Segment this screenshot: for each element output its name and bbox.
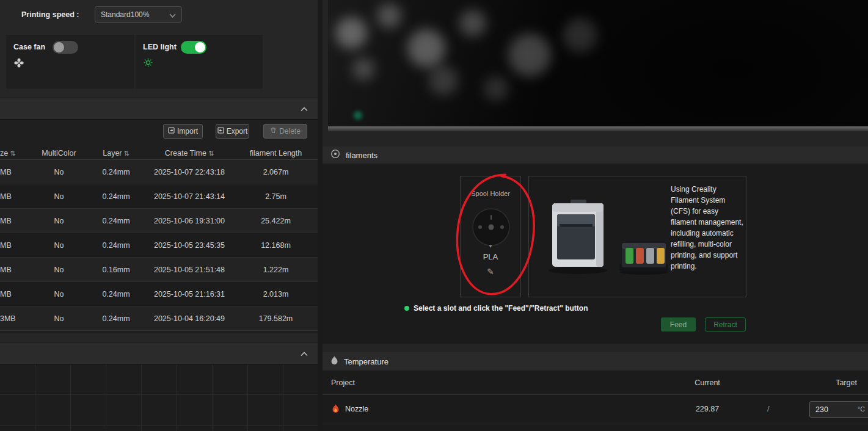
nozzle-flame-icon bbox=[332, 404, 340, 416]
cell-create-time: 2025-10-06 19:31:00 bbox=[135, 217, 244, 225]
collapse-history-button[interactable] bbox=[298, 102, 310, 116]
slot-status-text: Select a slot and click the "Feed"/"Retr… bbox=[414, 304, 588, 313]
cell-layer: 0.24mm bbox=[97, 168, 135, 176]
cell-create-time: 2025-10-05 21:16:31 bbox=[135, 290, 244, 299]
temperature-panel: Temperature Project Current Target Nozzl… bbox=[323, 352, 868, 431]
table-row[interactable]: MB No 0.24mm 2025-10-05 23:45:35 12.168m bbox=[0, 233, 318, 258]
cell-size: MB bbox=[0, 217, 21, 225]
cell-multicolor: No bbox=[21, 168, 97, 176]
sort-icon: ⇅ bbox=[208, 150, 214, 157]
spool-holder-label: Spool Holder bbox=[461, 190, 520, 197]
cell-size: MB bbox=[0, 266, 21, 274]
bokeh-highlight bbox=[407, 29, 445, 67]
filaments-panel: filaments Spool Holder ▼ PLA ✎ bbox=[323, 147, 868, 344]
bokeh-highlight bbox=[563, 18, 597, 53]
cell-filament-length: 12.168m bbox=[244, 241, 308, 250]
import-button[interactable]: Import bbox=[163, 124, 203, 139]
cell-create-time: 2025-10-05 21:51:48 bbox=[135, 266, 244, 274]
cfs-unit-illustration bbox=[618, 241, 669, 277]
column-current: Current bbox=[689, 378, 726, 387]
temperature-columns-header: Project Current Target bbox=[323, 371, 868, 395]
cell-multicolor: No bbox=[21, 314, 97, 323]
delete-label: Delete bbox=[279, 127, 301, 136]
status-dot-icon bbox=[404, 306, 409, 311]
nozzle-temperature-row: Nozzle 229.87 / °C bbox=[323, 395, 868, 424]
column-header-size[interactable]: ze⇅ bbox=[0, 149, 21, 158]
bokeh-highlight bbox=[508, 34, 551, 76]
bokeh-highlight bbox=[352, 58, 374, 80]
app-root: Printing speed : Standard100% Case fan L… bbox=[0, 0, 868, 431]
cell-create-time: 2025-10-07 22:43:18 bbox=[135, 168, 244, 176]
cfs-info-box: Using Creality Filament System (CFS) for… bbox=[528, 176, 746, 297]
cell-layer: 0.16mm bbox=[97, 266, 135, 274]
delete-button[interactable]: Delete bbox=[263, 124, 307, 139]
printing-speed-dropdown[interactable]: Standard100% bbox=[95, 6, 182, 23]
retract-button[interactable]: Retract bbox=[705, 317, 746, 331]
column-header-filament-length[interactable]: filament Length bbox=[244, 149, 308, 158]
nozzle-label: Nozzle bbox=[345, 405, 368, 413]
nozzle-target-wrap: °C bbox=[809, 401, 868, 418]
printing-speed-label: Printing speed : bbox=[21, 10, 79, 19]
temp-separator: / bbox=[767, 404, 770, 413]
toggle-knob bbox=[195, 42, 205, 53]
camera-bottom-strip bbox=[328, 126, 868, 131]
cell-multicolor: No bbox=[21, 217, 97, 225]
cell-size: MB bbox=[0, 192, 21, 201]
filament-spool-icon bbox=[330, 149, 340, 161]
case-fan-card: Case fan bbox=[6, 35, 134, 89]
file-table-header: ze⇅ MultiColor Layer⇅ Create Time⇅ filam… bbox=[0, 147, 318, 160]
spool-slot-dial[interactable] bbox=[472, 208, 511, 249]
led-light-card: LED light bbox=[136, 35, 263, 89]
column-header-layer[interactable]: Layer⇅ bbox=[97, 149, 135, 158]
chevron-up-icon bbox=[301, 104, 308, 114]
camera-feed bbox=[328, 0, 868, 126]
sort-icon: ⇅ bbox=[10, 150, 15, 157]
temperature-panel-header: Temperature bbox=[323, 352, 868, 371]
led-light-label: LED light bbox=[143, 43, 177, 51]
column-header-create-time[interactable]: Create Time⇅ bbox=[135, 149, 244, 158]
table-row[interactable]: MB No 0.24mm 2025-10-07 22:43:18 2.067m bbox=[0, 160, 318, 184]
cell-multicolor: No bbox=[21, 290, 97, 299]
cell-create-time: 2025-10-04 16:20:49 bbox=[135, 314, 244, 323]
cell-create-time: 2025-10-05 23:45:35 bbox=[135, 241, 244, 250]
export-label: Export bbox=[227, 127, 248, 136]
panel-divider bbox=[318, 0, 323, 431]
chevron-down-icon bbox=[169, 9, 176, 20]
cell-multicolor: No bbox=[21, 266, 97, 274]
cell-layer: 0.24mm bbox=[97, 314, 135, 323]
export-button[interactable]: Export bbox=[216, 124, 249, 139]
sort-icon: ⇅ bbox=[124, 150, 129, 157]
table-row[interactable]: MB No 0.24mm 2025-10-06 19:31:00 25.422m bbox=[0, 209, 318, 233]
temperature-title: Temperature bbox=[344, 357, 388, 366]
cell-filament-length: 2.75m bbox=[244, 192, 308, 201]
cell-layer: 0.24mm bbox=[97, 217, 135, 225]
edit-pencil-icon[interactable]: ✎ bbox=[461, 267, 520, 277]
chart-panel-header bbox=[0, 342, 318, 364]
bokeh-highlight bbox=[429, 66, 458, 95]
collapse-chart-button[interactable] bbox=[298, 346, 310, 360]
cell-filament-length: 2.013m bbox=[244, 290, 308, 299]
table-row[interactable]: 3MB No 0.24mm 2025-10-04 16:20:49 179.58… bbox=[0, 306, 318, 331]
cell-create-time: 2025-10-07 21:43:14 bbox=[135, 192, 244, 201]
feed-button[interactable]: Feed bbox=[661, 317, 696, 331]
triangle-down-icon: ▼ bbox=[461, 244, 520, 249]
cell-filament-length: 179.582m bbox=[244, 314, 308, 323]
led-light-toggle[interactable] bbox=[181, 41, 206, 54]
cell-layer: 0.24mm bbox=[97, 241, 135, 250]
bokeh-highlight bbox=[335, 17, 367, 49]
print-history-body: Import Export Delete ze⇅ bbox=[0, 120, 318, 333]
chevron-up-icon bbox=[301, 349, 308, 358]
column-project: Project bbox=[331, 378, 355, 387]
table-row[interactable]: MB No 0.24mm 2025-10-07 21:43:14 2.75m bbox=[0, 184, 318, 209]
filaments-panel-header: filaments bbox=[323, 147, 868, 164]
toggle-knob bbox=[54, 42, 64, 53]
slot-status-line: Select a slot and click the "Feed"/"Retr… bbox=[404, 304, 588, 313]
cell-size: 3MB bbox=[0, 314, 21, 323]
table-row[interactable]: MB No 0.16mm 2025-10-05 21:51:48 1.222m bbox=[0, 258, 318, 282]
column-header-multicolor[interactable]: MultiColor bbox=[21, 149, 97, 158]
table-row[interactable]: MB No 0.24mm 2025-10-05 21:16:31 2.013m bbox=[0, 282, 318, 306]
led-light-icon bbox=[144, 58, 153, 70]
case-fan-toggle[interactable] bbox=[53, 41, 78, 54]
bokeh-highlight bbox=[484, 76, 508, 101]
filaments-title: filaments bbox=[346, 151, 377, 160]
